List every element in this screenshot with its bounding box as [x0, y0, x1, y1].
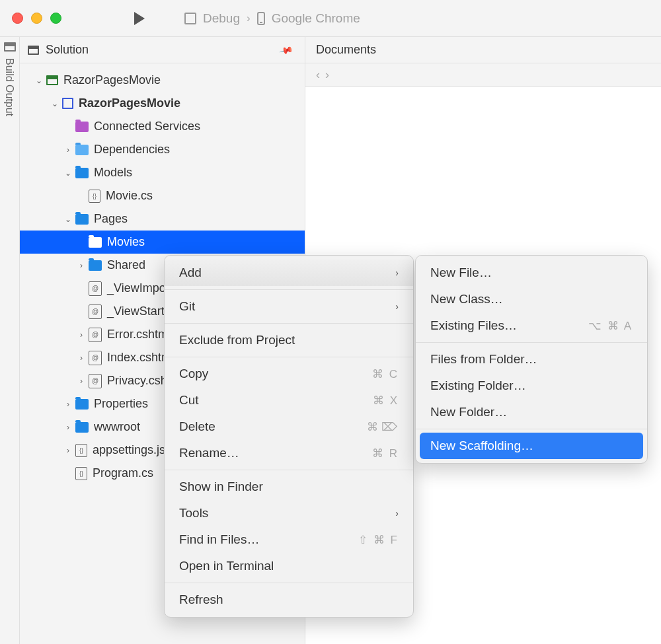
menu-add[interactable]: Add › [165, 260, 413, 286]
folder-icon [75, 422, 89, 433]
folder-icon [75, 168, 89, 178]
context-submenu-add: New File… New Class… Existing Files… ⌥ ⌘… [415, 255, 648, 464]
side-tab-build-output[interactable]: Build Output [0, 37, 20, 644]
device-icon [257, 12, 265, 25]
tree-pages[interactable]: ⌄ Pages [20, 207, 305, 231]
titlebar: Debug › Google Chrome [0, 0, 661, 37]
documents-nav: ‹ › [305, 63, 661, 87]
menu-exclude[interactable]: Exclude from Project [165, 327, 413, 353]
menu-delete[interactable]: Delete ⌘ [165, 413, 413, 440]
menu-open-in-terminal[interactable]: Open in Terminal [165, 553, 413, 579]
side-tab-label: Build Output [0, 55, 15, 116]
tree-label: Error.cshtml [107, 328, 171, 341]
menu-new-scaffolding[interactable]: New Scaffolding… [420, 433, 643, 459]
menu-existing-files[interactable]: Existing Files… ⌥ ⌘ A [416, 312, 647, 339]
cshtml-file-icon [89, 374, 102, 388]
chevron-down-icon[interactable]: ⌄ [50, 99, 59, 108]
cshtml-file-icon [89, 328, 102, 342]
cshtml-file-icon [89, 281, 102, 296]
menu-new-folder[interactable]: New Folder… [416, 399, 647, 425]
tree-dependencies[interactable]: › Dependencies [20, 138, 305, 161]
menu-git[interactable]: Git › [165, 293, 413, 320]
folder-icon [89, 237, 102, 248]
menu-show-in-finder[interactable]: Show in Finder [165, 474, 413, 500]
chevron-right-icon[interactable]: › [77, 261, 86, 270]
solution-icon [28, 46, 39, 55]
tree-label: Movie.cs [106, 189, 153, 203]
menu-rename[interactable]: Rename… ⌘ R [165, 440, 413, 466]
chevron-right-icon: › [395, 268, 399, 278]
menu-cut[interactable]: Cut ⌘ X [165, 387, 413, 413]
json-file-icon: {} [75, 444, 87, 457]
solution-file-icon [46, 75, 58, 85]
project-icon [62, 98, 73, 109]
minimize-window-button[interactable] [31, 13, 42, 24]
window-controls [12, 13, 61, 24]
chevron-right-icon[interactable]: › [77, 353, 86, 363]
tree-label: wwwroot [94, 420, 140, 434]
tree-models[interactable]: ⌄ Models [20, 161, 305, 184]
menu-tools[interactable]: Tools › [165, 500, 413, 526]
cshtml-file-icon [89, 351, 102, 365]
menu-refresh[interactable]: Refresh [165, 587, 413, 613]
menu-separator [165, 583, 413, 583]
folder-icon [75, 145, 89, 155]
menu-copy[interactable]: Copy ⌘ C [165, 361, 413, 387]
chevron-down-icon[interactable]: ⌄ [63, 215, 73, 224]
chevron-right-icon[interactable]: › [63, 145, 73, 155]
chevron-right-icon[interactable]: › [63, 446, 73, 455]
tree-project[interactable]: ⌄ RazorPagesMovie [20, 92, 305, 115]
menu-separator [165, 289, 413, 290]
folder-icon [75, 399, 89, 410]
zoom-window-button[interactable] [50, 13, 61, 24]
config-icon [184, 13, 196, 24]
run-configuration[interactable]: Debug › Google Chrome [184, 11, 360, 26]
tree-label: Models [94, 166, 132, 180]
context-menu: Add › Git › Exclude from Project Copy ⌘ … [164, 255, 414, 618]
cs-file-icon: {} [89, 190, 100, 203]
menu-files-from-folder[interactable]: Files from Folder… [416, 346, 647, 373]
run-button[interactable] [134, 12, 145, 25]
nav-forward-icon[interactable]: › [325, 68, 329, 82]
tree-label: Connected Services [94, 120, 200, 133]
output-icon [4, 42, 16, 52]
pin-icon[interactable]: 📌 [278, 42, 293, 57]
menu-existing-folder[interactable]: Existing Folder… [416, 373, 647, 399]
solution-panel-header: Solution 📌 [20, 37, 305, 63]
chevron-right-icon: › [247, 12, 251, 25]
tree-label: Program.cs [93, 466, 153, 480]
documents-title: Documents [316, 43, 376, 57]
chevron-right-icon[interactable]: › [77, 376, 86, 386]
tree-label: Dependencies [94, 143, 170, 157]
menu-separator [416, 429, 647, 429]
menu-find-in-files[interactable]: Find in Files… ⇧ ⌘ F [165, 526, 413, 553]
chevron-down-icon[interactable]: ⌄ [34, 76, 44, 85]
tree-solution[interactable]: ⌄ RazorPagesMovie [20, 69, 305, 92]
tree-movies-folder[interactable]: Movies [20, 231, 305, 254]
menu-separator [416, 342, 647, 343]
folder-icon [75, 122, 89, 132]
cshtml-file-icon [89, 304, 102, 319]
chevron-right-icon[interactable]: › [63, 423, 73, 432]
tree-file-movie-cs[interactable]: {} Movie.cs [20, 184, 305, 207]
menu-separator [165, 357, 413, 357]
chevron-right-icon: › [395, 508, 399, 519]
folder-icon [89, 260, 102, 271]
chevron-right-icon[interactable]: › [77, 330, 86, 340]
tree-connected-services[interactable]: Connected Services [20, 115, 305, 138]
cs-file-icon: {} [75, 467, 87, 480]
chevron-right-icon: › [395, 301, 399, 312]
tree-label: RazorPagesMovie [79, 96, 180, 110]
menu-new-file[interactable]: New File… [416, 260, 647, 286]
chevron-right-icon[interactable]: › [63, 400, 73, 409]
close-window-button[interactable] [12, 13, 23, 24]
tree-label: Properties [94, 397, 148, 411]
nav-back-icon[interactable]: ‹ [316, 68, 320, 82]
documents-header: Documents [305, 37, 661, 63]
menu-new-class[interactable]: New Class… [416, 286, 647, 312]
chevron-down-icon[interactable]: ⌄ [63, 168, 73, 178]
tree-label: Pages [94, 212, 128, 226]
panel-title: Solution [46, 43, 280, 57]
target-label: Google Chrome [272, 11, 360, 26]
config-label: Debug [203, 11, 240, 26]
